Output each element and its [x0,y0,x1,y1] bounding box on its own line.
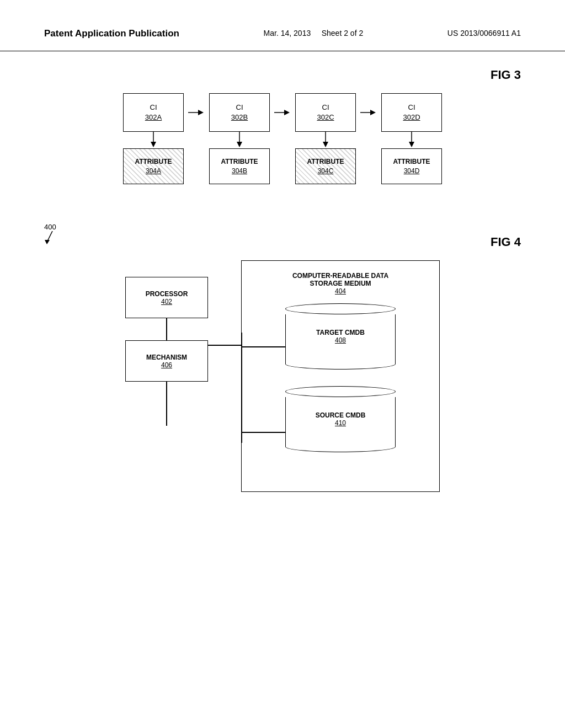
attr-label-a: ATTRIBUTE [135,157,172,167]
svg-marker-9 [323,142,328,147]
target-cmdb-label: TARGET CMDB [316,329,365,336]
storage-label-line2: STORAGE MEDIUM [292,280,388,287]
storage-label: COMPUTER-READABLE DATA STORAGE MEDIUM 40… [292,272,388,295]
arrow-b-c [270,93,295,132]
target-cmdb-container: TARGET CMDB 408 [285,303,396,370]
ci-column-d: CI 302D ATTRIBUTE 304D [381,93,442,184]
ci-box-302d: CI 302D [381,93,442,132]
ci-label-a: CI [150,103,157,113]
ci-num-a: 302A [145,113,162,122]
target-cylinder-top [285,303,396,314]
horiz-to-target [242,346,286,347]
down-arrow-a [148,132,159,148]
fig4-label: FIG 4 [491,235,521,249]
svg-marker-11 [370,110,376,115]
fig3-diagram: CI 302A ATTRIBUTE 304A [44,93,521,184]
down-arrow-svg-a [148,132,159,148]
arrow-c-d [356,93,381,132]
ci-label-d: CI [408,103,415,113]
storage-medium-box: COMPUTER-READABLE DATA STORAGE MEDIUM 40… [241,260,440,492]
ci-label-b: CI [236,103,243,113]
mechanism-label: MECHANISM [146,354,187,361]
ci-num-c: 302C [317,113,334,122]
fig4-section: 400 FIG 4 PROCESSOR [44,217,521,492]
mechanism-box: MECHANISM 406 [125,340,208,382]
fig4-400-number: 400 [44,223,61,231]
arrow-svg-ab [188,107,205,118]
down-arrow-svg-d [406,132,417,148]
vert-line-proc [166,318,167,340]
processor-label: PROCESSOR [146,290,188,298]
ci-box-302c: CI 302C [295,93,356,132]
storage-label-line1: COMPUTER-READABLE DATA [292,272,388,280]
target-cylinder-bottom [285,358,396,370]
svg-marker-5 [237,142,242,147]
left-vert-connector [241,333,242,443]
attr-num-b: 304B [232,167,247,176]
attr-label-b: ATTRIBUTE [221,157,258,167]
fig3-section: FIG 3 CI 302A A [44,68,521,184]
horiz-to-source [242,432,286,433]
source-cmdb-num: 410 [335,419,346,427]
header-date-sheet: Mar. 14, 2013 Sheet 2 of 2 [264,28,364,39]
horiz-line-mech [208,345,241,346]
attr-box-304c: ATTRIBUTE 304C [295,148,356,184]
attr-box-304b: ATTRIBUTE 304B [209,148,270,184]
ci-num-d: 302D [403,113,420,122]
target-cylinder-body: TARGET CMDB 408 [285,314,396,358]
attr-num-c: 304C [318,167,334,176]
down-arrow-svg-b [234,132,245,148]
storage-num: 404 [292,287,388,295]
vert-line-mech-down [166,382,167,426]
down-arrow-svg-c [320,132,331,148]
horizontal-connector [208,345,241,346]
ci-box-302b: CI 302B [209,93,270,132]
fig4-left-column: PROCESSOR 402 MECHANISM 406 [125,277,208,426]
fig4-400-annotation: 400 [44,217,61,249]
source-cylinder-bottom [285,441,396,452]
attr-num-d: 304D [404,167,420,176]
mechanism-num: 406 [161,361,172,369]
ci-column-c: CI 302C ATTRIBUTE 304C [295,93,356,184]
svg-marker-13 [409,142,414,147]
processor-box: PROCESSOR 402 [125,277,208,318]
arrow-a-b [184,93,209,132]
ci-column-b: CI 302B ATTRIBUTE 304B [209,93,270,184]
attr-box-304a: ATTRIBUTE 304A [123,148,184,184]
svg-marker-15 [45,240,50,244]
attr-label-d: ATTRIBUTE [393,157,430,167]
source-cylinder-top [285,386,396,397]
sheet: Sheet 2 of 2 [322,29,364,38]
svg-marker-1 [151,142,156,147]
arrow-svg-cd [360,107,377,118]
attr-num-a: 304A [146,167,161,176]
publication-label: Patent Application Publication [44,28,179,40]
fig4-400-arrow-down [44,231,61,249]
down-arrow-b [234,132,245,148]
attr-box-304d: ATTRIBUTE 304D [381,148,442,184]
fig3-label: FIG 3 [44,68,521,82]
target-cmdb-num: 408 [335,336,346,344]
source-cmdb-label: SOURCE CMDB [316,411,366,419]
arrow-svg-bc [274,107,291,118]
date: Mar. 14, 2013 [264,29,311,38]
svg-marker-7 [284,110,290,115]
source-cmdb-container: SOURCE CMDB 410 [285,386,396,452]
main-content: FIG 3 CI 302A A [0,51,565,508]
ci-column-a: CI 302A ATTRIBUTE 304A [123,93,184,184]
page-header: Patent Application Publication Mar. 14, … [0,0,565,51]
down-arrow-c [320,132,331,148]
attr-label-c: ATTRIBUTE [307,157,344,167]
svg-marker-3 [198,110,204,115]
source-cylinder-body: SOURCE CMDB 410 [285,397,396,441]
patent-number: US 2013/0066911 A1 [447,28,521,39]
ci-box-302a: CI 302A [123,93,184,132]
ci-label-c: CI [322,103,329,113]
down-arrow-d [406,132,417,148]
patent-page: Patent Application Publication Mar. 14, … [0,0,565,728]
processor-num: 402 [161,298,172,306]
ci-num-b: 302B [231,113,248,122]
